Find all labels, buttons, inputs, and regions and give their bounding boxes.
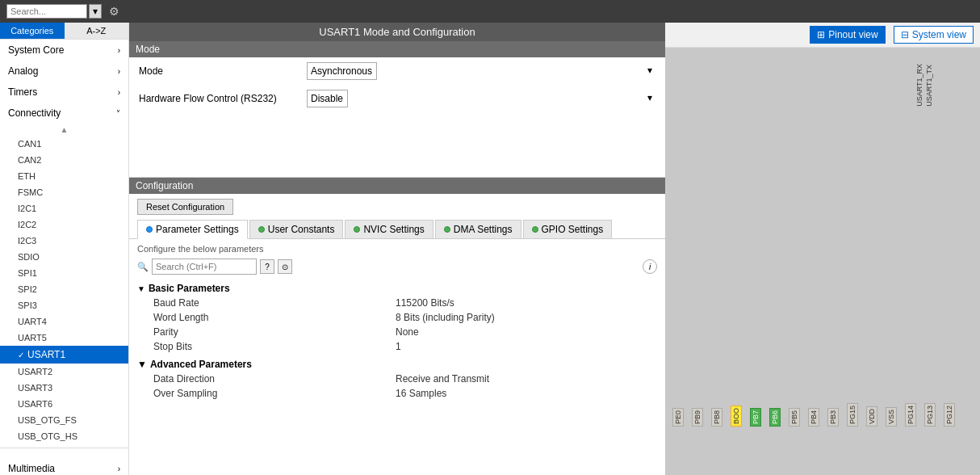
pin-item-pb5[interactable]: PB5 <box>785 408 804 427</box>
sidebar-sub-item-uart5[interactable]: UART5 <box>0 330 128 346</box>
pin-label-pg12[interactable]: PG12 <box>944 403 955 427</box>
pin-label-pb3[interactable]: PB3 <box>827 408 839 427</box>
check-icon: ✓ <box>18 351 24 359</box>
param-name: Stop Bits <box>153 341 396 352</box>
param-value: 16 Samples <box>396 388 446 399</box>
param-search-input[interactable] <box>152 259 257 275</box>
tab-parameter-settings[interactable]: Parameter Settings <box>137 220 248 239</box>
pin-item-pb4[interactable]: PB4 <box>804 408 823 427</box>
connectivity-label: Connectivity <box>8 107 61 119</box>
pin-item-pb7[interactable]: PB7 <box>746 408 765 427</box>
pin-label-vdd[interactable]: VDD <box>866 406 877 427</box>
pin-item-pb8[interactable]: PB8 <box>707 408 727 427</box>
gear-icon-button[interactable]: ⚙ <box>107 4 121 19</box>
sidebar-sub-item-fsmc[interactable]: FSMC <box>0 184 128 200</box>
pin-item-pb9[interactable]: PB9 <box>688 408 707 427</box>
pin-item-vdd[interactable]: VDD <box>862 406 882 427</box>
param-name: Data Direction <box>153 373 396 385</box>
search-info-2[interactable]: ⊙ <box>278 259 292 274</box>
param-row: Baud Rate115200 Bits/s <box>137 296 657 310</box>
signal-labels: USART1_RX USART1_TX <box>915 64 933 107</box>
pin-label-pg13[interactable]: PG13 <box>924 403 936 427</box>
basic-params-header[interactable]: ▼ Basic Parameters <box>137 281 657 296</box>
sidebar-sub-item-can1[interactable]: CAN1 <box>0 136 128 152</box>
sidebar-sub-item-can2[interactable]: CAN2 <box>0 152 128 168</box>
chevron-icon: › <box>118 67 120 76</box>
pin-label-pb6[interactable]: PB6 <box>769 408 781 427</box>
sidebar-sub-item-spi3[interactable]: SPI3 <box>0 297 128 313</box>
search-info-1[interactable]: ? <box>260 259 274 274</box>
dot-nvic <box>354 226 360 233</box>
pin-label-vss[interactable]: VSS <box>886 407 897 427</box>
mode-label-0: Mode <box>139 65 300 77</box>
param-value: 115200 Bits/s <box>396 297 454 309</box>
tab-dma-settings[interactable]: DMA Settings <box>435 220 521 238</box>
sidebar-sub-item-i2c2[interactable]: I2C2 <box>0 216 128 233</box>
search-dropdown[interactable]: ▾ <box>89 4 102 19</box>
mode-select-0[interactable]: Asynchronous <box>307 62 377 80</box>
reset-config-button[interactable]: Reset Configuration <box>137 199 233 215</box>
pin-item-pe0[interactable]: PE0 <box>668 408 688 427</box>
tab-categories[interactable]: Categories <box>0 23 65 39</box>
sidebar-sub-item-spi1[interactable]: SPI1 <box>0 265 128 281</box>
pin-label-pg15[interactable]: PG15 <box>847 403 858 427</box>
sidebar-sub-item-i2c3[interactable]: I2C3 <box>0 233 128 249</box>
search-input[interactable] <box>6 4 87 19</box>
pin-item-pg14[interactable]: PG14 <box>901 403 920 427</box>
mode-section: Mode Mode Asynchronous Hardware Flow Con… <box>129 41 665 178</box>
sidebar-item-connectivity[interactable]: Connectivity ˅ <box>0 103 128 124</box>
basic-params-label: Basic Parameters <box>149 283 230 294</box>
sidebar-sub-item-eth[interactable]: ETH <box>0 168 128 184</box>
multimedia-label: Multimedia <box>8 463 55 474</box>
pin-item-pg15[interactable]: PG15 <box>843 403 862 427</box>
chevron-icon: › <box>118 46 120 55</box>
chevron-icon: › <box>118 464 120 473</box>
tab-gpio-settings[interactable]: GPIO Settings <box>523 220 613 238</box>
toggle-icon: ▼ <box>137 284 145 293</box>
pin-label-pe0[interactable]: PE0 <box>672 408 684 427</box>
sidebar-item-multimedia[interactable]: Multimedia › <box>0 458 128 475</box>
mode-section-header: Mode <box>129 41 665 57</box>
sidebar-item-timers[interactable]: Timers › <box>0 82 128 103</box>
sidebar-item-analog[interactable]: Analog › <box>0 61 128 82</box>
pin-label-pb8[interactable]: PB8 <box>711 408 722 427</box>
pin-label-pb5[interactable]: PB5 <box>789 408 800 427</box>
tab-nvic-settings[interactable]: NVIC Settings <box>345 220 433 238</box>
pin-label-pg14[interactable]: PG14 <box>905 403 916 427</box>
sidebar-sub-item-usart6[interactable]: USART6 <box>0 396 128 412</box>
system-view-icon: ⊟ <box>901 29 909 40</box>
pin-item-vss[interactable]: VSS <box>882 407 901 427</box>
sidebar-sub-item-usart1[interactable]: ✓ USART1 <box>0 346 128 364</box>
mode-select-1[interactable]: Disable <box>307 90 348 107</box>
sidebar-sub-item-usart2[interactable]: USART2 <box>0 364 128 380</box>
pin-label-boo[interactable]: BOO <box>731 406 742 427</box>
pin-item-pg12[interactable]: PG12 <box>940 403 959 427</box>
sidebar-sub-item-i2c1[interactable]: I2C1 <box>0 200 128 216</box>
sidebar-item-system-core[interactable]: System Core › <box>0 40 128 61</box>
pin-label-pb7[interactable]: PB7 <box>750 408 761 427</box>
param-value: Receive and Transmit <box>396 373 489 385</box>
sidebar-sub-item-usb_otg_hs[interactable]: USB_OTG_HS <box>0 428 128 444</box>
sidebar-sub-item-sdio[interactable]: SDIO <box>0 249 128 265</box>
tab-az[interactable]: A->Z <box>65 23 129 39</box>
pin-item-pg13[interactable]: PG13 <box>920 403 940 427</box>
advanced-params-header[interactable]: ▼ Advanced Parameters <box>137 357 657 372</box>
info-icon[interactable]: i <box>643 259 657 274</box>
system-view-button[interactable]: ⊟ System view <box>894 26 974 44</box>
scroll-up-indicator: ▲ <box>0 124 128 136</box>
sidebar-sub-item-uart4[interactable]: UART4 <box>0 313 128 330</box>
pin-item-pb3[interactable]: PB3 <box>823 408 843 427</box>
param-row: Word Length8 Bits (including Parity) <box>137 310 657 325</box>
param-name: Word Length <box>153 312 396 323</box>
sidebar-scroll-area: System Core › Analog › Timers › Connecti… <box>0 40 128 475</box>
pin-item-pb6[interactable]: PB6 <box>765 408 785 427</box>
sidebar-sub-item-usb_otg_fs[interactable]: USB_OTG_FS <box>0 412 128 428</box>
sidebar-sub-item-usart3[interactable]: USART3 <box>0 380 128 396</box>
pinout-view-label: Pinout view <box>828 29 877 40</box>
pin-item-boo[interactable]: BOO <box>727 406 746 427</box>
pin-label-pb9[interactable]: PB9 <box>692 408 703 427</box>
pin-label-pb4[interactable]: PB4 <box>808 408 819 427</box>
tab-user-constants[interactable]: User Constants <box>249 220 344 238</box>
sidebar-sub-item-spi2[interactable]: SPI2 <box>0 281 128 297</box>
pinout-view-button[interactable]: ⊞ Pinout view <box>810 26 885 44</box>
